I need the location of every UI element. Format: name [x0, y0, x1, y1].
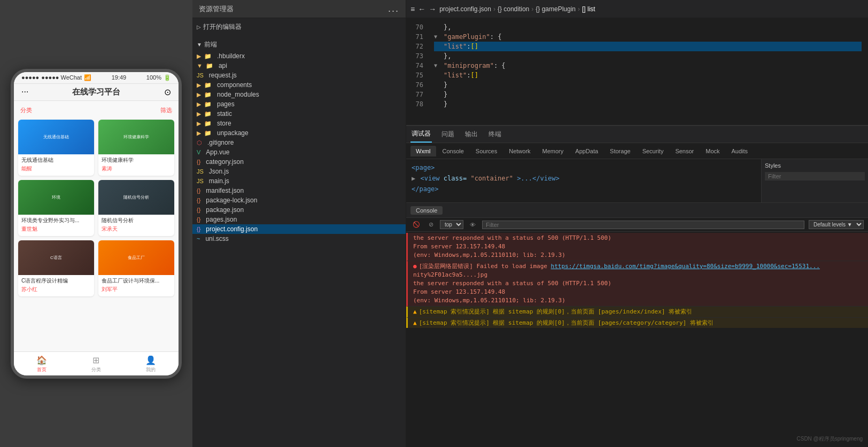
devtools-inner-tab[interactable]: Mock	[700, 146, 725, 156]
fold-arrow-icon[interactable]: ▼	[434, 32, 443, 42]
wxml-line: <page>	[412, 162, 756, 173]
devtools-inner-tab[interactable]: Sources	[470, 146, 502, 156]
course-item[interactable]: 随机信号分析 随机信号分析 宋承天	[98, 180, 174, 236]
file-type-icon: 📁	[204, 91, 212, 98]
nav-label: 我的	[146, 366, 156, 373]
code-token: : {	[494, 61, 506, 70]
code-token: }	[444, 80, 447, 90]
file-type-icon: 📁	[204, 111, 212, 117]
phone-nav-item[interactable]: 🏠首页	[36, 355, 47, 373]
devtools-inner-tab[interactable]: Memory	[537, 146, 569, 156]
tree-item[interactable]: ▶ 📁 node_modules	[192, 90, 406, 99]
file-label: .hbuilderx	[217, 52, 245, 60]
file-label: manifest.json	[206, 187, 244, 194]
line-number: 73	[413, 51, 423, 61]
tree-item[interactable]: {} pages.json	[192, 215, 406, 224]
console-text: From server 123.157.149.48	[413, 243, 505, 250]
explorer-header: 资源管理器 ...	[192, 0, 406, 18]
file-label: static	[217, 110, 232, 117]
phone-content[interactable]: 分类 筛选 无线通信基础 无线通信基础 能醒 环境健康科学 环境健康科学 素涛 …	[14, 101, 179, 351]
warn-icon: ▲	[413, 308, 417, 315]
expand-icon[interactable]: ▶	[412, 175, 415, 182]
console-pause-btn[interactable]: ⊘	[427, 221, 436, 229]
devtools-inner-tab[interactable]: Sensor	[670, 146, 699, 156]
tree-item[interactable]: JS Json.js	[192, 167, 406, 176]
project-toggle[interactable]: ▼ 前端	[192, 38, 406, 51]
console-clear-btn[interactable]: 🚫	[410, 221, 422, 229]
tree-item[interactable]: ⬡ .gitignore	[192, 138, 406, 147]
console-filter-input[interactable]	[482, 221, 804, 229]
course-item[interactable]: 无线通信基础 无线通信基础 能醒	[18, 120, 94, 176]
code-token: }	[444, 90, 447, 99]
console-area: Console 🚫 ⊘ top 👁 Default levels ▼ the s…	[406, 202, 868, 328]
console-eye-btn[interactable]: 👁	[468, 221, 478, 229]
explorer-menu-button[interactable]: ...	[388, 3, 399, 14]
course-author: 苏小红	[21, 286, 91, 293]
phone-nav-item[interactable]: ⊞分类	[91, 355, 101, 373]
tree-item[interactable]: {} category.json	[192, 157, 406, 167]
tree-item[interactable]: ~ uni.scss	[192, 234, 406, 244]
tree-item[interactable]: ▶ 📁 pages	[192, 99, 406, 109]
nav-back-icon[interactable]: ←	[418, 5, 425, 13]
devtools-inner-tab[interactable]: Wxml	[410, 146, 436, 156]
back-icon[interactable]: ≡	[410, 5, 415, 13]
opened-editors-toggle[interactable]: ▷ 打开的编辑器	[192, 20, 406, 34]
console-levels-select[interactable]: Default levels ▼	[809, 220, 864, 229]
phone-header-icons: ···	[21, 87, 28, 97]
file-label: pages	[217, 100, 235, 108]
console-context-select[interactable]: top	[440, 220, 463, 229]
tree-item[interactable]: ▼ 📁 api	[192, 61, 406, 70]
devtools-inner-tab[interactable]: Console	[437, 146, 469, 156]
wxml-tag: <page>	[412, 164, 435, 171]
nav-forward-icon[interactable]: →	[429, 5, 436, 13]
nav-label: 首页	[37, 366, 46, 373]
file-label: node_modules	[217, 91, 259, 98]
file-type-icon: {}	[197, 187, 200, 194]
course-item[interactable]: 环境健康科学 环境健康科学 素涛	[98, 120, 174, 176]
code-content[interactable]: },▼ "gamePlugin": { "list": [] },▼ "mini…	[428, 18, 868, 125]
devtools-inner-tab[interactable]: Security	[637, 146, 669, 156]
devtools-inner-tab[interactable]: AppData	[570, 146, 603, 156]
fold-arrow-icon[interactable]: ▼	[434, 61, 443, 70]
code-token: : {	[490, 32, 502, 42]
wxml-val: "container"	[470, 175, 513, 182]
tree-item[interactable]: {} package-lock.json	[192, 195, 406, 205]
tree-item[interactable]: ▶ 📁 store	[192, 119, 406, 128]
course-item[interactable]: 环境 环境类专业野外实习与... 董世魅	[18, 180, 94, 236]
course-info: 无线通信基础 能醒	[18, 154, 94, 176]
code-editor[interactable]: 707172737475767778 },▼ "gamePlugin": { "…	[406, 18, 868, 125]
tree-item[interactable]: JS request.js	[192, 70, 406, 80]
devtools-tab[interactable]: 调试器	[410, 126, 432, 143]
tree-item[interactable]: ▶ 📁 unpackage	[192, 128, 406, 138]
devtools-inner-tab[interactable]: Network	[503, 146, 536, 156]
phone-tab-filter[interactable]: 筛选	[158, 105, 174, 115]
tree-item[interactable]: ▶ 📁 components	[192, 80, 406, 90]
tree-item[interactable]: V App.vue	[192, 147, 406, 157]
console-text: (env: Windows,mp,1.05.2110110; lib: 2.19…	[413, 252, 565, 258]
signal-icon: ●●●●●	[21, 74, 39, 81]
wxml-line: </page>	[412, 184, 756, 194]
course-title: 随机信号分析	[102, 217, 171, 224]
tree-item[interactable]: {} manifest.json	[192, 186, 406, 195]
phone-tab-categories[interactable]: 分类	[18, 105, 34, 115]
devtools-inner-tab[interactable]: Storage	[604, 146, 636, 156]
console-link[interactable]: https://timgsa.baidu.com/timg?image&qual…	[551, 263, 820, 270]
course-item[interactable]: C语言 C语言程序设计精编 苏小红	[18, 240, 94, 296]
phone-header-icon-1: ···	[21, 87, 28, 97]
code-token: "list"	[444, 70, 467, 80]
tree-item[interactable]: ▶ 📁 .hbuilderx	[192, 51, 406, 61]
course-item[interactable]: 食品工厂 食品工厂设计与环境保... 刘军平	[98, 240, 174, 296]
tree-item[interactable]: {} project.config.json	[192, 224, 406, 234]
styles-filter-input[interactable]	[765, 172, 865, 181]
devtools-inner-tab[interactable]: Audits	[726, 146, 754, 156]
tree-item[interactable]: JS main.js	[192, 176, 406, 186]
devtools-tab[interactable]: 终端	[487, 126, 502, 143]
course-thumbnail: 环境	[18, 180, 94, 215]
chevron-icon: ▼	[197, 62, 203, 69]
tree-item[interactable]: {} package.json	[192, 205, 406, 215]
tree-item[interactable]: ▶ 📁 static	[192, 109, 406, 119]
phone-nav-item[interactable]: 👤我的	[145, 355, 156, 373]
wxml-tag: </page>	[412, 185, 439, 193]
devtools-tab[interactable]: 输出	[464, 126, 479, 143]
devtools-tab[interactable]: 问题	[440, 126, 455, 143]
